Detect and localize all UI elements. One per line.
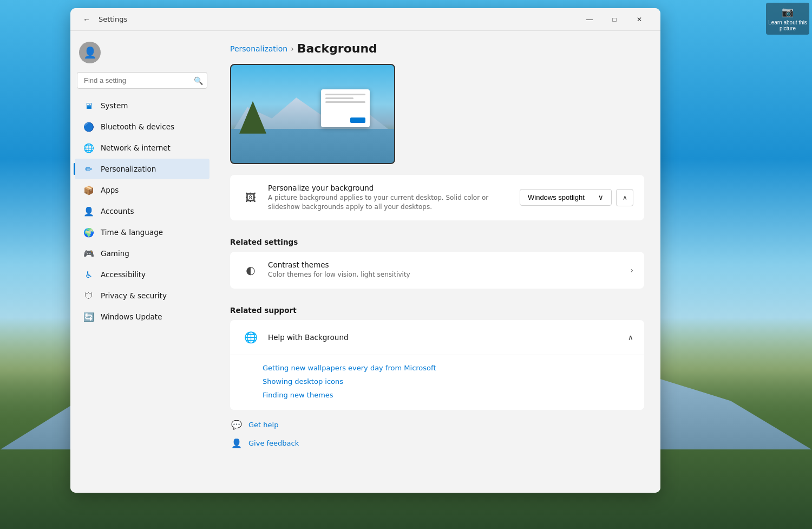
sidebar-item-time[interactable]: 🌍 Time & language (75, 222, 209, 243)
help-with-background-header[interactable]: 🌐 Help with Background ∧ (230, 320, 644, 355)
help-title: Help with Background (268, 333, 628, 342)
related-settings-card: ◐ Contrast themes Color themes for low v… (230, 252, 644, 289)
give-feedback-row[interactable]: 👤 Give feedback (230, 437, 644, 450)
bottom-links: 💬 Get help 👤 Give feedback (230, 410, 644, 459)
help-links-card: 🌐 Help with Background ∧ Getting new wal… (230, 320, 644, 410)
personalize-row: 🖼 Personalize your background A picture … (230, 175, 644, 220)
sidebar-item-windows-update[interactable]: 🔄 Windows Update (75, 306, 209, 327)
update-icon: 🔄 (83, 311, 94, 322)
sidebar-item-system[interactable]: 🖥 System (75, 95, 209, 116)
help-link-wallpapers[interactable]: Getting new wallpapers every day from Mi… (263, 364, 633, 372)
window-title: Settings (99, 15, 127, 23)
sidebar-item-label-accounts: Accounts (101, 207, 134, 215)
give-feedback-label: Give feedback (248, 439, 299, 447)
sidebar-item-label-network: Network & internet (101, 143, 171, 152)
chevron-right-icon: › (630, 266, 633, 275)
back-button[interactable]: ← (79, 12, 94, 27)
breadcrumb-parent[interactable]: Personalization (230, 44, 287, 53)
preview-water (231, 129, 394, 163)
preview-dialog (321, 89, 370, 127)
window-controls: — □ ✕ (577, 11, 652, 28)
breadcrumb-current: Background (297, 42, 377, 55)
settings-window: ← Settings — □ ✕ 👤 🔍 (70, 8, 660, 493)
help-links-content: Getting new wallpapers every day from Mi… (230, 355, 644, 410)
system-icon: 🖥 (83, 100, 94, 111)
bluetooth-icon: 🔵 (83, 121, 94, 132)
maximize-button[interactable]: □ (602, 11, 627, 28)
sidebar-item-apps[interactable]: 📦 Apps (75, 180, 209, 200)
contrast-themes-icon: ◐ (241, 260, 260, 280)
expand-section-button[interactable]: ∧ (616, 189, 633, 206)
learn-about-label: Learn about this picture (768, 19, 807, 31)
help-expand-icon: ∧ (628, 333, 633, 342)
personalize-description: A picture background applies to your cur… (268, 193, 520, 212)
help-link-themes[interactable]: Finding new themes (263, 391, 633, 399)
dropdown-chevron: ∨ (598, 193, 604, 201)
title-bar-left: ← Settings (79, 12, 577, 27)
sidebar: 👤 🔍 🖥 System 🔵 Bluetooth & devices (70, 31, 214, 493)
breadcrumb: Personalization › Background (230, 42, 644, 55)
search-icon: 🔍 (194, 76, 203, 85)
help-globe-icon: 🌐 (241, 328, 260, 347)
dropdown-value: Windows spotlight (528, 193, 585, 201)
help-link-desktop-icons[interactable]: Showing desktop icons (263, 377, 633, 386)
personalize-background-card: 🖼 Personalize your background A picture … (230, 175, 644, 220)
related-support-header: Related support (230, 297, 644, 320)
dialog-line-1 (325, 94, 365, 95)
get-help-icon: 💬 (230, 419, 243, 432)
personalize-icon: 🖼 (241, 188, 260, 207)
background-type-dropdown[interactable]: Windows spotlight ∨ (520, 189, 612, 206)
contrast-themes-description: Color themes for low vision, light sensi… (268, 270, 630, 279)
avatar-section: 👤 (70, 35, 214, 72)
get-help-row[interactable]: 💬 Get help (230, 419, 644, 432)
sidebar-item-network[interactable]: 🌐 Network & internet (75, 138, 209, 158)
dialog-button (350, 117, 365, 123)
desktop-preview (230, 64, 395, 164)
sidebar-item-label-update: Windows Update (101, 312, 162, 321)
sidebar-nav: 🖥 System 🔵 Bluetooth & devices 🌐 Network… (70, 95, 214, 327)
accessibility-icon: ♿ (83, 269, 94, 280)
title-bar: ← Settings — □ ✕ (70, 8, 660, 31)
sidebar-item-label-gaming: Gaming (101, 249, 129, 258)
sidebar-item-gaming[interactable]: 🎮 Gaming (75, 243, 209, 264)
network-icon: 🌐 (83, 142, 94, 153)
dialog-line-3 (325, 101, 365, 103)
related-settings-header: Related settings (230, 229, 644, 252)
sidebar-item-label-accessibility: Accessibility (101, 270, 146, 279)
sidebar-item-label-time: Time & language (101, 228, 163, 237)
sidebar-item-bluetooth[interactable]: 🔵 Bluetooth & devices (75, 116, 209, 137)
give-feedback-icon: 👤 (230, 437, 243, 450)
close-button[interactable]: ✕ (627, 11, 652, 28)
camera-icon: 📷 (782, 6, 794, 18)
personalize-title: Personalize your background (268, 184, 520, 192)
dialog-line-2 (325, 97, 353, 99)
apps-icon: 📦 (83, 185, 94, 195)
sidebar-item-label-bluetooth: Bluetooth & devices (101, 122, 174, 131)
sidebar-item-accessibility[interactable]: ♿ Accessibility (75, 264, 209, 285)
sidebar-item-label-apps: Apps (101, 186, 119, 194)
contrast-themes-title: Contrast themes (268, 260, 630, 269)
contrast-themes-row[interactable]: ◐ Contrast themes Color themes for low v… (230, 252, 644, 289)
sidebar-item-label-privacy: Privacy & security (101, 291, 167, 300)
privacy-icon: 🛡 (83, 290, 94, 301)
minimize-button[interactable]: — (577, 11, 602, 28)
get-help-label: Get help (248, 421, 278, 429)
avatar: 👤 (79, 42, 101, 63)
avatar-icon: 👤 (83, 46, 97, 59)
learn-about-picture-button[interactable]: 📷 Learn about this picture (766, 3, 809, 35)
content-area: Personalization › Background 🖼 (214, 31, 660, 493)
sidebar-item-label-personalization: Personalization (101, 165, 156, 173)
search-input[interactable] (77, 72, 207, 89)
sidebar-item-privacy[interactable]: 🛡 Privacy & security (75, 285, 209, 306)
main-area: 👤 🔍 🖥 System 🔵 Bluetooth & devices (70, 31, 660, 493)
gaming-icon: 🎮 (83, 248, 94, 259)
contrast-themes-action: › (630, 266, 633, 275)
sidebar-item-label-system: System (101, 101, 128, 110)
sidebar-item-personalization[interactable]: ✏ Personalization (75, 159, 209, 179)
time-icon: 🌍 (83, 227, 94, 238)
search-box: 🔍 (77, 72, 207, 89)
contrast-themes-content: Contrast themes Color themes for low vis… (268, 260, 630, 279)
breadcrumb-separator: › (291, 44, 294, 53)
sidebar-item-accounts[interactable]: 👤 Accounts (75, 201, 209, 221)
personalize-action: Windows spotlight ∨ ∧ (520, 189, 633, 206)
